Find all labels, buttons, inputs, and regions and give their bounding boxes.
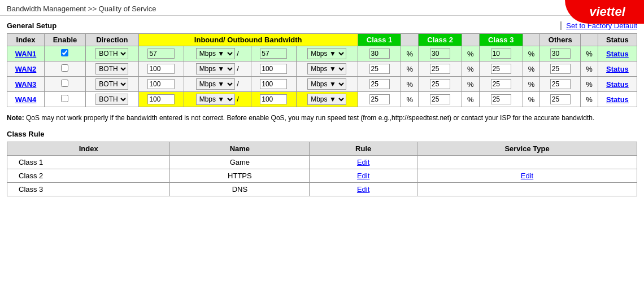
class1-val-cell[interactable] xyxy=(358,92,401,107)
direction-cell[interactable]: BOTH WAN LAN xyxy=(85,92,138,107)
class1-input[interactable] xyxy=(369,79,390,89)
inbound-unit-select[interactable]: Mbps ▼Kbps ▼ xyxy=(196,63,235,74)
others-val-cell[interactable] xyxy=(540,61,581,77)
outbound-unit-cell[interactable]: Mbps ▼Kbps ▼ xyxy=(296,46,358,61)
class3-val-cell[interactable] xyxy=(479,77,523,92)
outbound-unit-cell[interactable]: Mbps ▼Kbps ▼ xyxy=(296,77,358,92)
others-input[interactable] xyxy=(550,94,571,104)
direction-cell[interactable]: BOTH WAN LAN xyxy=(85,77,138,92)
outbound-unit-select[interactable]: Mbps ▼Kbps ▼ xyxy=(307,63,346,74)
class1-val-cell[interactable] xyxy=(358,61,401,77)
outbound-input[interactable] xyxy=(260,79,287,89)
inbound-input[interactable] xyxy=(147,94,175,104)
direction-select[interactable]: BOTH WAN LAN xyxy=(95,48,128,59)
outbound-unit-cell[interactable]: Mbps ▼Kbps ▼ xyxy=(296,92,358,107)
outbound-cell[interactable] xyxy=(251,61,296,77)
inbound-cell[interactable] xyxy=(138,77,184,92)
class2-input[interactable] xyxy=(430,79,450,89)
others-val-cell[interactable] xyxy=(540,77,581,92)
wan-id[interactable]: WAN1 xyxy=(7,46,45,61)
cr-index: Class 2 xyxy=(7,169,170,183)
class3-input[interactable] xyxy=(491,79,511,89)
outbound-unit-select[interactable]: Mbps ▼Kbps ▼ xyxy=(307,94,346,105)
inbound-input[interactable] xyxy=(147,49,175,59)
service-type-edit-link[interactable]: Edit xyxy=(521,172,533,180)
direction-select[interactable]: BOTH WAN LAN xyxy=(95,78,128,90)
class2-input[interactable] xyxy=(430,49,450,59)
cr-rule[interactable]: Edit xyxy=(310,156,417,169)
cr-rule[interactable]: Edit xyxy=(310,183,417,196)
class3-input[interactable] xyxy=(491,94,511,104)
class2-val-cell[interactable] xyxy=(419,61,462,77)
inbound-input[interactable] xyxy=(147,64,175,74)
inbound-unit-cell[interactable]: Mbps ▼Kbps ▼ / xyxy=(184,77,251,92)
enable-checkbox[interactable] xyxy=(45,92,86,107)
cr-rule[interactable]: Edit xyxy=(310,169,417,183)
wan-id[interactable]: WAN2 xyxy=(7,61,45,77)
inbound-unit-select[interactable]: Mbps ▼Kbps ▼ xyxy=(196,94,235,105)
status-cell[interactable]: Status xyxy=(598,92,637,107)
class1-val-cell[interactable] xyxy=(358,46,401,61)
status-cell[interactable]: Status xyxy=(598,46,637,61)
enable-input[interactable] xyxy=(61,80,68,87)
outbound-unit-select[interactable]: Mbps ▼Kbps ▼ xyxy=(307,48,346,59)
enable-checkbox[interactable] xyxy=(45,77,86,92)
enable-input[interactable] xyxy=(61,49,68,56)
inbound-unit-cell[interactable]: Mbps ▼Kbps ▼ / xyxy=(184,46,251,61)
outbound-cell[interactable] xyxy=(251,77,296,92)
others-input[interactable] xyxy=(550,49,571,59)
class3-input[interactable] xyxy=(491,49,511,59)
inbound-unit-select[interactable]: Mbps ▼Kbps ▼ xyxy=(196,78,235,90)
inbound-unit-cell[interactable]: Mbps ▼Kbps ▼ / xyxy=(184,92,251,107)
wan-link: WAN1 xyxy=(15,50,37,58)
class1-input[interactable] xyxy=(369,49,390,59)
inbound-cell[interactable] xyxy=(138,92,184,107)
rule-edit-link[interactable]: Edit xyxy=(357,185,369,194)
status-link: Status xyxy=(606,65,629,73)
status-link: Status xyxy=(606,50,629,58)
class1-val-cell[interactable] xyxy=(358,77,401,92)
class2-val-cell[interactable] xyxy=(419,77,462,92)
enable-checkbox[interactable] xyxy=(45,46,86,61)
inbound-unit-cell[interactable]: Mbps ▼Kbps ▼ / xyxy=(184,61,251,77)
direction-select[interactable]: BOTH WAN LAN xyxy=(95,94,128,105)
inbound-cell[interactable] xyxy=(138,61,184,77)
others-input[interactable] xyxy=(550,64,571,74)
direction-cell[interactable]: BOTH WAN LAN xyxy=(85,46,138,61)
outbound-input[interactable] xyxy=(260,64,287,74)
outbound-unit-select[interactable]: Mbps ▼Kbps ▼ xyxy=(307,78,346,90)
wan-id[interactable]: WAN3 xyxy=(7,77,45,92)
rule-edit-link[interactable]: Edit xyxy=(357,172,369,180)
class2-val-cell[interactable] xyxy=(419,46,462,61)
outbound-input[interactable] xyxy=(260,94,287,104)
status-cell[interactable]: Status xyxy=(598,77,637,92)
class3-input[interactable] xyxy=(491,64,511,74)
others-val-cell[interactable] xyxy=(540,46,581,61)
rule-edit-link[interactable]: Edit xyxy=(357,158,369,166)
class2-input[interactable] xyxy=(430,94,450,104)
others-val-cell[interactable] xyxy=(540,92,581,107)
class1-input[interactable] xyxy=(369,64,390,74)
outbound-cell[interactable] xyxy=(251,46,296,61)
status-cell[interactable]: Status xyxy=(598,61,637,77)
inbound-input[interactable] xyxy=(147,79,175,89)
direction-select[interactable]: BOTH WAN LAN xyxy=(95,63,128,74)
class2-input[interactable] xyxy=(430,64,450,74)
outbound-unit-cell[interactable]: Mbps ▼Kbps ▼ xyxy=(296,61,358,77)
direction-cell[interactable]: BOTH WAN LAN xyxy=(85,61,138,77)
wan-id[interactable]: WAN4 xyxy=(7,92,45,107)
class3-val-cell[interactable] xyxy=(479,92,523,107)
class1-input[interactable] xyxy=(369,94,390,104)
enable-input[interactable] xyxy=(61,64,68,72)
outbound-cell[interactable] xyxy=(251,92,296,107)
outbound-input[interactable] xyxy=(260,49,287,59)
inbound-unit-select[interactable]: Mbps ▼Kbps ▼ xyxy=(196,48,235,59)
cr-service-type[interactable]: Edit xyxy=(417,169,637,183)
others-input[interactable] xyxy=(550,79,571,89)
enable-input[interactable] xyxy=(61,95,68,102)
class3-val-cell[interactable] xyxy=(479,61,523,77)
inbound-cell[interactable] xyxy=(138,46,184,61)
enable-checkbox[interactable] xyxy=(45,61,86,77)
class2-val-cell[interactable] xyxy=(419,92,462,107)
class3-val-cell[interactable] xyxy=(479,46,523,61)
